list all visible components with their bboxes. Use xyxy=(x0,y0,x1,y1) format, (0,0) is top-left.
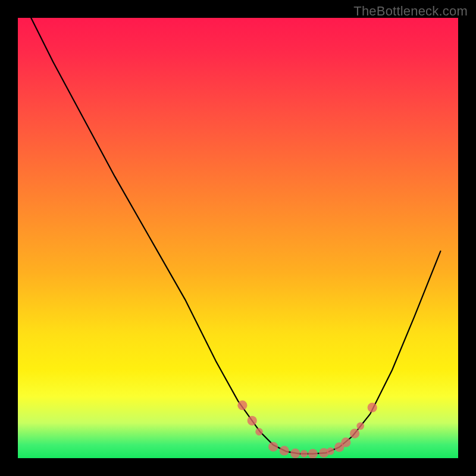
chart-plot-area xyxy=(18,18,458,458)
curve-marker xyxy=(290,449,300,458)
curve-marker xyxy=(350,429,359,439)
curve-marker xyxy=(300,450,308,458)
watermark-text: TheBottleneck.com xyxy=(353,4,468,19)
curve-marker xyxy=(237,400,247,410)
curve-marker xyxy=(280,446,289,455)
curve-marker xyxy=(255,428,263,436)
curve-marker xyxy=(341,437,350,447)
curve-marker xyxy=(368,403,377,412)
chart-svg xyxy=(18,18,458,458)
curve-marker xyxy=(356,422,364,430)
curve-marker xyxy=(308,449,318,459)
bottleneck-curve-line xyxy=(31,18,440,454)
curve-marker xyxy=(327,447,334,455)
curve-marker-group xyxy=(237,400,377,458)
curve-marker xyxy=(248,416,257,425)
curve-marker xyxy=(268,442,278,452)
